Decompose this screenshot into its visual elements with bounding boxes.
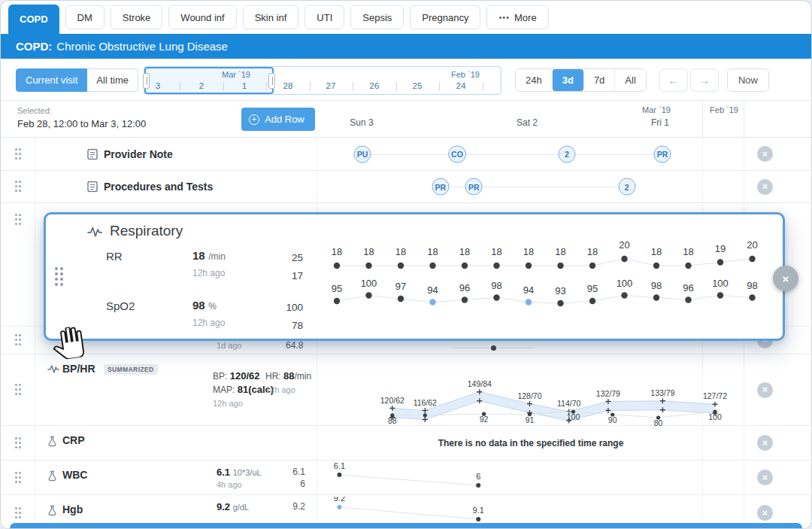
row-wbc: WBC 6.1 10*3/uL 4h ago 6.16 6.16 ×: [1, 461, 811, 495]
svg-text:88: 88: [388, 416, 397, 425]
drag-handle[interactable]: [1, 426, 35, 460]
tab-uti[interactable]: UTI: [304, 5, 344, 29]
note-icon: [87, 148, 98, 160]
current-value: 6.1 10*3/uL: [217, 467, 262, 478]
drag-dots-icon: [55, 267, 63, 287]
remove-row-button[interactable]: ×: [757, 146, 773, 162]
event-bubble-pr[interactable]: PR: [432, 178, 449, 196]
prev-button[interactable]: ←: [659, 68, 688, 92]
slider-handle-right[interactable]: [268, 73, 275, 89]
visit-button-current-visit[interactable]: Current visit: [16, 68, 87, 92]
svg-text:20: 20: [619, 239, 629, 251]
row-provider-note: Provider Note PUCO2PR ×: [1, 138, 811, 171]
remove-row-button[interactable]: ×: [757, 470, 773, 485]
page-title-code: COPD:: [16, 40, 52, 53]
drag-dots-icon: [15, 214, 21, 226]
slider-tick: [310, 82, 311, 91]
plus-icon: +: [249, 114, 259, 125]
date-range-slider[interactable]: 3212827262524Mar `19Feb `19: [144, 66, 501, 95]
row-bp-hr: BP/HR SUMMARIZED BP: 120/62 MAP: 81(calc…: [1, 354, 811, 426]
row-label-area: Procedures and Tests: [35, 171, 317, 202]
respiratory-chart: 1818181818181818182018181920951009794969…: [319, 236, 770, 337]
value-time: 4h ago: [217, 480, 242, 489]
pulse-icon: [47, 364, 59, 373]
event-bubble-pr[interactable]: PR: [653, 145, 671, 163]
tab-skin-inf[interactable]: Skin inf: [243, 5, 299, 29]
add-row-button[interactable]: + Add Row: [241, 108, 315, 131]
column-header-month: Mar `19: [642, 105, 671, 114]
svg-text:100: 100: [567, 412, 580, 421]
drag-dots-icon: [15, 334, 21, 346]
svg-text:94: 94: [523, 284, 534, 296]
svg-text:95: 95: [332, 283, 342, 294]
range-buttons: 24h3d7dAll: [515, 68, 647, 92]
row-label-area: Provider Note: [35, 138, 317, 170]
drag-handle[interactable]: [1, 461, 35, 494]
svg-text:132/79: 132/79: [596, 389, 620, 398]
card-close-button[interactable]: ×: [773, 266, 798, 291]
event-bubble-2[interactable]: 2: [618, 178, 635, 196]
remove-row-button[interactable]: ×: [757, 382, 773, 398]
drag-handle[interactable]: [1, 327, 35, 354]
svg-text:114/70: 114/70: [557, 399, 580, 408]
range-button-3d[interactable]: 3d: [552, 69, 583, 91]
visit-toggle: Current visitAll time: [16, 68, 138, 92]
drag-handle[interactable]: [1, 354, 35, 425]
selected-range-bar: Selected: Feb 28, 12:00 to Mar 3, 12:00 …: [1, 101, 811, 138]
svg-text:18: 18: [683, 246, 693, 257]
range-button-all[interactable]: All: [614, 69, 645, 91]
row-procedures: Procedures and Tests PRPR2 ×: [1, 171, 811, 203]
visit-button-all-time[interactable]: All time: [87, 68, 138, 92]
slider-selection[interactable]: [144, 67, 274, 94]
remove-row-button[interactable]: ×: [757, 179, 773, 195]
tab-label: Sepsis: [362, 12, 392, 23]
bottom-scrollbar[interactable]: [10, 523, 802, 529]
tab-label: DM: [77, 12, 92, 23]
range-button-7d[interactable]: 7d: [583, 69, 614, 91]
disease-tabbar: COPDDMStrokeWound infSkin infUTISepsisPr…: [8, 5, 549, 34]
tab-label: More: [514, 12, 537, 23]
crp-chart-area: There is no data in the specified time r…: [317, 426, 745, 460]
slider-tick: [439, 82, 440, 91]
event-bubble-pr[interactable]: PR: [465, 178, 483, 196]
drag-handle[interactable]: [1, 138, 35, 170]
slider-handle-left[interactable]: [143, 73, 150, 89]
svg-text:18: 18: [555, 246, 565, 257]
remove-row-button[interactable]: ×: [757, 505, 773, 521]
selected-range-text: Feb 28, 12:00 to Mar 3, 12:00: [17, 118, 146, 129]
drag-handle[interactable]: [1, 171, 35, 202]
provider-note-events: PUCO2PR: [317, 138, 745, 170]
tab-pregnancy[interactable]: Pregnancy: [410, 5, 480, 29]
slider-day-label: 2: [199, 81, 204, 90]
event-bubble-co[interactable]: CO: [448, 145, 466, 163]
wbc-chart: 6.16: [323, 462, 744, 494]
tab-more[interactable]: •••More: [486, 5, 548, 29]
card-drag-handle[interactable]: [55, 267, 63, 287]
row-title: Provider Note: [104, 148, 173, 160]
note-icon: [87, 181, 98, 193]
slider-month-label: Mar `19: [222, 70, 250, 79]
slider-tick: [266, 82, 267, 91]
now-button[interactable]: Now: [727, 68, 769, 92]
drag-handle[interactable]: [1, 203, 35, 326]
tab-wound-inf[interactable]: Wound inf: [168, 5, 236, 29]
tab-stroke[interactable]: Stroke: [111, 5, 163, 29]
respiratory-card-dragging[interactable]: Respiratory RR 18 /min 12h ago 2517 SpO2…: [44, 212, 785, 341]
event-bubble-pu[interactable]: PU: [353, 145, 371, 163]
svg-text:149/84: 149/84: [468, 379, 492, 388]
svg-text:18: 18: [587, 246, 598, 257]
tab-sepsis[interactable]: Sepsis: [350, 5, 404, 29]
svg-text:100: 100: [361, 278, 377, 289]
row-title: WBC: [62, 469, 87, 481]
slider-day-label: 24: [456, 81, 466, 90]
tab-copd[interactable]: COPD: [8, 5, 59, 34]
event-bubble-2[interactable]: 2: [558, 145, 575, 163]
svg-text:93: 93: [555, 285, 565, 296]
column-header-day: Fri 1: [651, 117, 669, 128]
column-header-day: Sun 3: [350, 117, 373, 128]
tab-dm[interactable]: DM: [65, 5, 105, 29]
no-data-message: There is no data in the specified time r…: [317, 438, 745, 448]
range-button-24h[interactable]: 24h: [516, 69, 552, 91]
remove-row-button[interactable]: ×: [757, 435, 773, 451]
next-button[interactable]: →: [690, 68, 719, 92]
